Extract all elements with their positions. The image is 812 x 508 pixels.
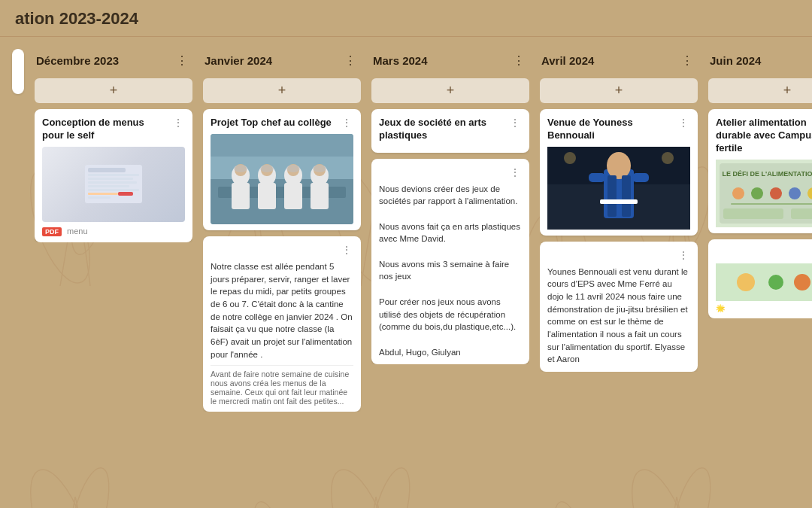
card-juin-2: ⋮ 🌟	[708, 239, 812, 318]
column-avril-2024: Avril 2024 ⋮ + Venue de Youness Bennoual…	[540, 49, 698, 372]
svg-rect-50	[731, 203, 812, 205]
svg-rect-23	[284, 183, 302, 209]
card-jan-2-body: Notre classe est allée pendant 5 jours p…	[211, 260, 353, 360]
board-container: Décembre 2023 ⋮ + Conception de menus po…	[0, 37, 812, 508]
column-title-dec: Décembre 2023	[36, 54, 119, 67]
card-mars-1: Jeux de société en arts plastiques ⋮	[371, 109, 529, 153]
card-juin-1-title: Atelier alimentation durable avec Campus…	[716, 117, 812, 155]
card-mars-1-title: Jeux de société en arts plastiques	[379, 117, 505, 142]
svg-point-45	[751, 187, 763, 199]
card-avril-1-image	[547, 147, 690, 230]
svg-rect-1	[88, 168, 126, 172]
card-jan-2-footer: Avant de faire notre semaine de cuisine …	[211, 365, 353, 406]
svg-point-44	[732, 187, 744, 199]
svg-point-46	[770, 187, 782, 199]
card-jan-1-title: Projet Top chef au collège	[211, 117, 337, 129]
svg-point-33	[662, 152, 674, 164]
column-juin-2024: Juin 2024 ⋮ + Atelier alimentation durab…	[708, 49, 812, 318]
svg-rect-2	[88, 174, 139, 176]
card-mars-1-menu[interactable]: ⋮	[508, 117, 522, 129]
add-card-juin[interactable]: +	[708, 78, 812, 103]
column-jan-2024: Janvier 2024 ⋮ + Projet Top chef au coll…	[203, 49, 361, 412]
card-dec-1-footer: PDF menu	[42, 227, 185, 236]
svg-rect-40	[632, 173, 649, 182]
svg-rect-15	[232, 183, 250, 209]
add-card-dec[interactable]: +	[35, 78, 192, 103]
card-juin-1: Atelier alimentation durable avec Campus…	[708, 109, 812, 233]
card-juin-2-image	[716, 263, 812, 301]
svg-point-47	[789, 187, 801, 199]
svg-rect-5	[88, 185, 129, 187]
page-header: ation 2023-2024	[0, 0, 812, 37]
svg-point-54	[737, 273, 755, 291]
card-mars-2: ⋮ Nous devions créer des jeux de société…	[371, 159, 529, 364]
svg-point-55	[768, 275, 783, 290]
card-jan-2: ⋮ Notre classe est allée pendant 5 jours…	[203, 236, 361, 412]
add-card-avril[interactable]: +	[540, 78, 698, 103]
card-juin-1-image: LE DÉFI DE L'ALIMENTATION DURABLE	[716, 160, 812, 227]
cards-list-jan: Projet Top chef au collège ⋮	[203, 109, 361, 412]
partial-left-column	[12, 49, 24, 94]
card-mars-2-menu[interactable]: ⋮	[508, 166, 522, 178]
card-dec-1-menu[interactable]: ⋮	[171, 117, 185, 129]
svg-point-25	[286, 165, 300, 172]
card-jan-2-menu[interactable]: ⋮	[340, 244, 353, 256]
column-menu-mars[interactable]: ⋮	[510, 52, 528, 69]
card-avril-1-title: Venue de Youness Bennouali	[547, 117, 674, 142]
column-title-avril: Avril 2024	[541, 54, 594, 67]
svg-rect-4	[88, 181, 137, 184]
card-avril-1: Venue de Youness Bennouali ⋮	[540, 109, 698, 236]
svg-point-29	[313, 165, 326, 172]
svg-rect-8	[118, 192, 133, 196]
svg-text:LE DÉFI DE L'ALIMENTATION DURA: LE DÉFI DE L'ALIMENTATION DURABLE	[723, 170, 812, 178]
card-jan-1: Projet Top chef au collège ⋮	[203, 109, 361, 230]
svg-point-21	[260, 165, 274, 172]
svg-point-32	[564, 152, 576, 164]
svg-rect-6	[88, 189, 139, 191]
cards-list-juin: Atelier alimentation durable avec Campus…	[708, 109, 812, 318]
card-dec-1-image	[42, 147, 185, 222]
cards-list-mars: Jeux de société en arts plastiques ⋮ ⋮ N…	[371, 109, 529, 364]
svg-rect-39	[589, 173, 605, 182]
card-avril-2: ⋮ Younes Bennouali est venu durant le co…	[540, 242, 698, 372]
svg-rect-38	[600, 199, 638, 204]
svg-rect-27	[311, 183, 329, 209]
svg-rect-52	[791, 208, 812, 219]
add-card-jan[interactable]: +	[203, 78, 361, 103]
card-dec-1: Conception de menus pour le self ⋮	[35, 109, 192, 242]
column-mars-2024: Mars 2024 ⋮ + Jeux de société en arts pl…	[371, 49, 529, 364]
svg-rect-19	[258, 183, 276, 209]
card-jan-1-menu[interactable]: ⋮	[340, 117, 353, 129]
add-card-mars[interactable]: +	[371, 78, 529, 103]
svg-rect-3	[88, 178, 133, 180]
cards-list-dec: Conception de menus pour le self ⋮	[35, 109, 192, 242]
svg-rect-51	[723, 208, 783, 219]
svg-rect-7	[88, 193, 118, 195]
pdf-badge: PDF	[42, 227, 62, 236]
svg-point-56	[794, 274, 810, 291]
svg-point-35	[607, 152, 631, 179]
card-juin-2-footer: 🌟	[716, 304, 812, 312]
svg-point-17	[234, 165, 247, 172]
column-menu-jan[interactable]: ⋮	[341, 52, 359, 69]
column-title-jan: Janvier 2024	[205, 54, 272, 67]
column-menu-avril[interactable]: ⋮	[678, 52, 696, 69]
column-menu-dec[interactable]: ⋮	[173, 52, 191, 69]
svg-rect-12	[211, 134, 353, 157]
card-jan-1-image	[211, 134, 353, 224]
column-dec-2023: Décembre 2023 ⋮ + Conception de menus po…	[35, 49, 192, 242]
card-dec-1-title: Conception de menus pour le self	[42, 117, 168, 142]
column-title-mars: Mars 2024	[373, 54, 428, 67]
svg-rect-37	[622, 175, 631, 217]
svg-rect-36	[607, 175, 617, 217]
card-avril-1-menu[interactable]: ⋮	[677, 117, 690, 129]
card-mars-2-body: Nous devions créer des jeux de sociétés …	[379, 183, 522, 358]
card-avril-2-body: Younes Bennouali est venu durant le cour…	[547, 266, 690, 366]
cards-list-avril: Venue de Youness Bennouali ⋮	[540, 109, 698, 372]
card-avril-2-menu[interactable]: ⋮	[677, 249, 690, 261]
svg-rect-9	[88, 196, 111, 199]
column-title-juin: Juin 2024	[710, 54, 761, 67]
